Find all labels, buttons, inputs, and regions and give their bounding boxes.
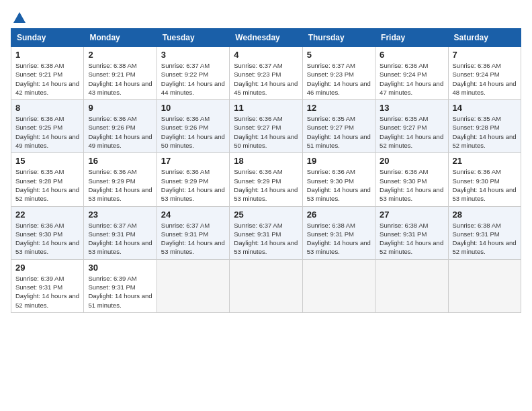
day-number: 29 — [15, 263, 79, 273]
day-number: 23 — [88, 210, 152, 220]
day-info: Sunrise: 6:38 AMSunset: 9:21 PMDaylight:… — [88, 61, 152, 97]
day-number: 17 — [161, 156, 225, 166]
day-info: Sunrise: 6:36 AMSunset: 9:26 PMDaylight:… — [88, 114, 152, 150]
calendar-cell — [230, 259, 302, 312]
calendar-cell — [448, 259, 521, 312]
calendar-week-row: 1Sunrise: 6:38 AMSunset: 9:21 PMDaylight… — [11, 47, 521, 100]
day-info: Sunrise: 6:35 AMSunset: 9:27 PMDaylight:… — [307, 114, 371, 150]
day-info: Sunrise: 6:38 AMSunset: 9:21 PMDaylight:… — [15, 61, 79, 97]
calendar-cell: 14Sunrise: 6:35 AMSunset: 9:28 PMDayligh… — [448, 100, 521, 153]
col-header-thursday: Thursday — [302, 29, 375, 47]
day-info: Sunrise: 6:37 AMSunset: 9:31 PMDaylight:… — [234, 221, 298, 257]
day-info: Sunrise: 6:35 AMSunset: 9:28 PMDaylight:… — [15, 167, 79, 203]
calendar-cell: 11Sunrise: 6:36 AMSunset: 9:27 PMDayligh… — [230, 100, 302, 153]
calendar-week-row: 8Sunrise: 6:36 AMSunset: 9:25 PMDaylight… — [11, 100, 521, 153]
calendar-cell: 1Sunrise: 6:38 AMSunset: 9:21 PMDaylight… — [11, 47, 84, 100]
calendar-cell: 17Sunrise: 6:36 AMSunset: 9:29 PMDayligh… — [157, 153, 229, 206]
calendar-cell: 21Sunrise: 6:36 AMSunset: 9:30 PMDayligh… — [448, 153, 521, 206]
col-header-friday: Friday — [375, 29, 448, 47]
calendar-cell: 15Sunrise: 6:35 AMSunset: 9:28 PMDayligh… — [11, 153, 84, 206]
calendar-cell: 28Sunrise: 6:38 AMSunset: 9:31 PMDayligh… — [448, 206, 521, 259]
calendar-cell: 20Sunrise: 6:36 AMSunset: 9:30 PMDayligh… — [375, 153, 448, 206]
day-number: 12 — [307, 103, 371, 113]
day-info: Sunrise: 6:36 AMSunset: 9:29 PMDaylight:… — [161, 167, 225, 203]
calendar-cell: 18Sunrise: 6:36 AMSunset: 9:29 PMDayligh… — [230, 153, 302, 206]
calendar-table: SundayMondayTuesdayWednesdayThursdayFrid… — [11, 28, 521, 313]
calendar-cell: 4Sunrise: 6:37 AMSunset: 9:23 PMDaylight… — [230, 47, 302, 100]
day-info: Sunrise: 6:38 AMSunset: 9:31 PMDaylight:… — [380, 221, 443, 257]
col-header-tuesday: Tuesday — [157, 29, 229, 47]
day-number: 28 — [453, 210, 517, 220]
calendar-week-row: 29Sunrise: 6:39 AMSunset: 9:31 PMDayligh… — [11, 259, 521, 312]
day-number: 26 — [307, 210, 371, 220]
day-info: Sunrise: 6:36 AMSunset: 9:25 PMDaylight:… — [15, 114, 79, 150]
day-info: Sunrise: 6:37 AMSunset: 9:31 PMDaylight:… — [161, 221, 225, 257]
calendar-cell: 27Sunrise: 6:38 AMSunset: 9:31 PMDayligh… — [375, 206, 448, 259]
calendar-cell: 12Sunrise: 6:35 AMSunset: 9:27 PMDayligh… — [302, 100, 375, 153]
day-number: 25 — [234, 210, 298, 220]
day-number: 1 — [15, 50, 79, 60]
calendar-cell: 25Sunrise: 6:37 AMSunset: 9:31 PMDayligh… — [230, 206, 302, 259]
logo-icon — [12, 11, 27, 26]
day-number: 22 — [15, 210, 79, 220]
calendar-cell — [375, 259, 448, 312]
day-info: Sunrise: 6:37 AMSunset: 9:22 PMDaylight:… — [161, 61, 225, 97]
day-number: 3 — [161, 50, 225, 60]
day-number: 5 — [307, 50, 371, 60]
day-info: Sunrise: 6:36 AMSunset: 9:29 PMDaylight:… — [234, 167, 298, 203]
day-info: Sunrise: 6:39 AMSunset: 9:31 PMDaylight:… — [88, 274, 152, 310]
day-number: 13 — [380, 103, 443, 113]
day-number: 30 — [88, 263, 152, 273]
day-info: Sunrise: 6:36 AMSunset: 9:30 PMDaylight:… — [380, 167, 443, 203]
day-info: Sunrise: 6:36 AMSunset: 9:26 PMDaylight:… — [161, 114, 225, 150]
day-info: Sunrise: 6:35 AMSunset: 9:28 PMDaylight:… — [453, 114, 517, 150]
calendar-cell: 5Sunrise: 6:37 AMSunset: 9:23 PMDaylight… — [302, 47, 375, 100]
col-header-wednesday: Wednesday — [230, 29, 302, 47]
day-info: Sunrise: 6:36 AMSunset: 9:24 PMDaylight:… — [453, 61, 517, 97]
day-number: 16 — [88, 156, 152, 166]
calendar-cell — [302, 259, 375, 312]
calendar-cell: 26Sunrise: 6:38 AMSunset: 9:31 PMDayligh… — [302, 206, 375, 259]
day-info: Sunrise: 6:39 AMSunset: 9:31 PMDaylight:… — [15, 274, 79, 310]
day-number: 18 — [234, 156, 298, 166]
day-info: Sunrise: 6:38 AMSunset: 9:31 PMDaylight:… — [453, 221, 517, 257]
calendar-cell: 16Sunrise: 6:36 AMSunset: 9:29 PMDayligh… — [84, 153, 157, 206]
day-info: Sunrise: 6:38 AMSunset: 9:31 PMDaylight:… — [307, 221, 371, 257]
day-info: Sunrise: 6:36 AMSunset: 9:30 PMDaylight:… — [307, 167, 371, 203]
calendar-cell: 3Sunrise: 6:37 AMSunset: 9:22 PMDaylight… — [157, 47, 229, 100]
calendar-cell: 24Sunrise: 6:37 AMSunset: 9:31 PMDayligh… — [157, 206, 229, 259]
col-header-sunday: Sunday — [11, 29, 84, 47]
day-number: 11 — [234, 103, 298, 113]
page-header — [11, 11, 521, 21]
logo — [11, 11, 27, 21]
day-number: 9 — [88, 103, 152, 113]
calendar-header-row: SundayMondayTuesdayWednesdayThursdayFrid… — [11, 29, 521, 47]
day-number: 15 — [15, 156, 79, 166]
day-info: Sunrise: 6:36 AMSunset: 9:27 PMDaylight:… — [234, 114, 298, 150]
calendar-cell: 10Sunrise: 6:36 AMSunset: 9:26 PMDayligh… — [157, 100, 229, 153]
day-number: 20 — [380, 156, 443, 166]
calendar-week-row: 22Sunrise: 6:36 AMSunset: 9:30 PMDayligh… — [11, 206, 521, 259]
day-info: Sunrise: 6:37 AMSunset: 9:23 PMDaylight:… — [234, 61, 298, 97]
calendar-cell: 2Sunrise: 6:38 AMSunset: 9:21 PMDaylight… — [84, 47, 157, 100]
day-number: 7 — [453, 50, 517, 60]
calendar-cell: 8Sunrise: 6:36 AMSunset: 9:25 PMDaylight… — [11, 100, 84, 153]
day-info: Sunrise: 6:35 AMSunset: 9:27 PMDaylight:… — [380, 114, 443, 150]
calendar-cell: 19Sunrise: 6:36 AMSunset: 9:30 PMDayligh… — [302, 153, 375, 206]
day-info: Sunrise: 6:36 AMSunset: 9:29 PMDaylight:… — [88, 167, 152, 203]
col-header-saturday: Saturday — [448, 29, 521, 47]
calendar-cell — [157, 259, 229, 312]
calendar-cell: 13Sunrise: 6:35 AMSunset: 9:27 PMDayligh… — [375, 100, 448, 153]
day-info: Sunrise: 6:37 AMSunset: 9:23 PMDaylight:… — [307, 61, 371, 97]
calendar-cell: 23Sunrise: 6:37 AMSunset: 9:31 PMDayligh… — [84, 206, 157, 259]
calendar-cell: 6Sunrise: 6:36 AMSunset: 9:24 PMDaylight… — [375, 47, 448, 100]
day-info: Sunrise: 6:36 AMSunset: 9:30 PMDaylight:… — [15, 221, 79, 257]
day-number: 27 — [380, 210, 443, 220]
day-number: 2 — [88, 50, 152, 60]
day-number: 19 — [307, 156, 371, 166]
day-number: 24 — [161, 210, 225, 220]
day-number: 10 — [161, 103, 225, 113]
calendar-cell: 9Sunrise: 6:36 AMSunset: 9:26 PMDaylight… — [84, 100, 157, 153]
day-number: 6 — [380, 50, 443, 60]
day-number: 8 — [15, 103, 79, 113]
